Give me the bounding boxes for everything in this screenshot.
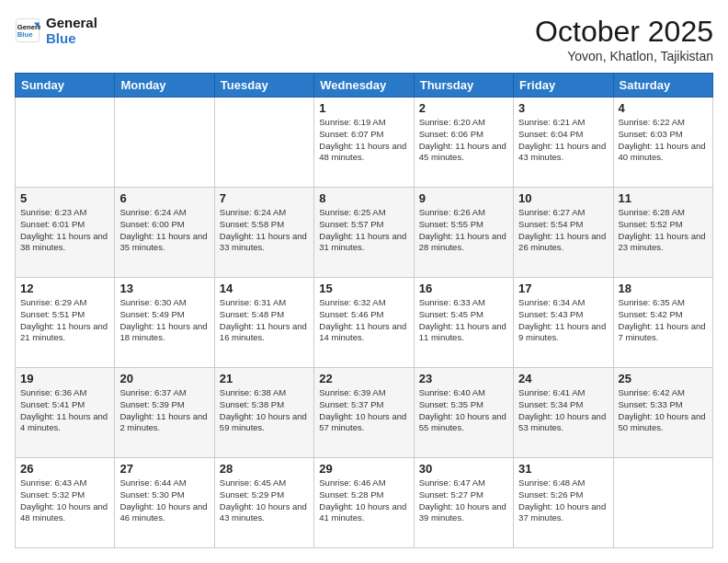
day-info: Sunrise: 6:45 AM Sunset: 5:29 PM Dayligh…	[220, 477, 309, 524]
calendar-cell: 28Sunrise: 6:45 AM Sunset: 5:29 PM Dayli…	[214, 458, 313, 548]
day-number: 19	[20, 372, 109, 385]
day-number: 8	[319, 191, 408, 205]
day-info: Sunrise: 6:34 AM Sunset: 5:43 PM Dayligh…	[518, 297, 608, 344]
calendar-table: SundayMondayTuesdayWednesdayThursdayFrid…	[15, 73, 713, 548]
calendar-cell: 19Sunrise: 6:36 AM Sunset: 5:41 PM Dayli…	[16, 368, 115, 458]
day-info: Sunrise: 6:43 AM Sunset: 5:32 PM Dayligh…	[20, 477, 109, 524]
day-number: 30	[419, 462, 508, 476]
day-number: 24	[518, 372, 608, 385]
day-number: 13	[119, 282, 209, 295]
weekday-header-sunday: Sunday	[16, 74, 115, 98]
day-number: 28	[220, 462, 309, 476]
day-number: 20	[119, 372, 209, 385]
day-info: Sunrise: 6:33 AM Sunset: 5:45 PM Dayligh…	[419, 297, 508, 344]
day-number: 31	[518, 462, 608, 476]
calendar-cell	[214, 98, 313, 188]
day-number: 6	[119, 191, 209, 205]
calendar-week-2: 5Sunrise: 6:23 AM Sunset: 6:01 PM Daylig…	[16, 188, 713, 278]
calendar-cell: 14Sunrise: 6:31 AM Sunset: 5:48 PM Dayli…	[214, 278, 313, 368]
day-info: Sunrise: 6:27 AM Sunset: 5:54 PM Dayligh…	[518, 207, 608, 254]
calendar-cell: 20Sunrise: 6:37 AM Sunset: 5:39 PM Dayli…	[115, 368, 214, 458]
day-number: 18	[619, 282, 708, 295]
day-number: 4	[619, 101, 708, 115]
day-number: 27	[119, 462, 209, 476]
day-number: 15	[319, 282, 408, 295]
calendar-header-row: SundayMondayTuesdayWednesdayThursdayFrid…	[16, 74, 713, 98]
calendar-cell: 2Sunrise: 6:20 AM Sunset: 6:06 PM Daylig…	[414, 98, 513, 188]
calendar-cell: 7Sunrise: 6:24 AM Sunset: 5:58 PM Daylig…	[214, 188, 313, 278]
calendar-cell	[613, 458, 712, 548]
weekday-header-monday: Monday	[115, 74, 214, 98]
day-number: 2	[419, 101, 508, 115]
calendar-cell: 5Sunrise: 6:23 AM Sunset: 6:01 PM Daylig…	[16, 188, 115, 278]
day-number: 22	[319, 372, 408, 385]
day-info: Sunrise: 6:37 AM Sunset: 5:39 PM Dayligh…	[119, 387, 209, 434]
day-info: Sunrise: 6:26 AM Sunset: 5:55 PM Dayligh…	[419, 207, 508, 254]
day-number: 16	[419, 282, 508, 295]
calendar-cell	[16, 98, 115, 188]
weekday-header-friday: Friday	[514, 74, 613, 98]
day-number: 17	[518, 282, 608, 295]
day-info: Sunrise: 6:21 AM Sunset: 6:04 PM Dayligh…	[518, 117, 608, 164]
day-number: 26	[20, 462, 109, 476]
title-block: October 2025 Yovon, Khatlon, Tajikistan	[535, 15, 713, 63]
day-info: Sunrise: 6:30 AM Sunset: 5:49 PM Dayligh…	[119, 297, 209, 344]
calendar-cell: 24Sunrise: 6:41 AM Sunset: 5:34 PM Dayli…	[514, 368, 613, 458]
svg-text:Blue: Blue	[17, 30, 33, 39]
weekday-header-saturday: Saturday	[613, 74, 712, 98]
day-info: Sunrise: 6:22 AM Sunset: 6:03 PM Dayligh…	[619, 117, 708, 164]
calendar-cell: 31Sunrise: 6:48 AM Sunset: 5:26 PM Dayli…	[514, 458, 613, 548]
calendar-cell: 9Sunrise: 6:26 AM Sunset: 5:55 PM Daylig…	[414, 188, 513, 278]
day-info: Sunrise: 6:32 AM Sunset: 5:46 PM Dayligh…	[319, 297, 408, 344]
calendar-cell: 23Sunrise: 6:40 AM Sunset: 5:35 PM Dayli…	[414, 368, 513, 458]
day-info: Sunrise: 6:44 AM Sunset: 5:30 PM Dayligh…	[119, 477, 209, 524]
header: General Blue General Blue October 2025 Y…	[15, 15, 713, 63]
day-number: 29	[319, 462, 408, 476]
logo: General Blue General Blue	[15, 15, 97, 47]
calendar-week-5: 26Sunrise: 6:43 AM Sunset: 5:32 PM Dayli…	[16, 458, 713, 548]
calendar-cell: 1Sunrise: 6:19 AM Sunset: 6:07 PM Daylig…	[314, 98, 414, 188]
calendar-cell: 26Sunrise: 6:43 AM Sunset: 5:32 PM Dayli…	[16, 458, 115, 548]
day-number: 14	[220, 282, 309, 295]
day-number: 3	[518, 101, 608, 115]
day-info: Sunrise: 6:38 AM Sunset: 5:38 PM Dayligh…	[220, 387, 309, 434]
logo-line2: Blue	[46, 30, 97, 46]
day-info: Sunrise: 6:28 AM Sunset: 5:52 PM Dayligh…	[619, 207, 708, 254]
weekday-header-wednesday: Wednesday	[314, 74, 414, 98]
location: Yovon, Khatlon, Tajikistan	[535, 49, 713, 63]
day-info: Sunrise: 6:23 AM Sunset: 6:01 PM Dayligh…	[20, 207, 109, 254]
day-info: Sunrise: 6:29 AM Sunset: 5:51 PM Dayligh…	[20, 297, 109, 344]
calendar-cell: 29Sunrise: 6:46 AM Sunset: 5:28 PM Dayli…	[314, 458, 414, 548]
day-info: Sunrise: 6:47 AM Sunset: 5:27 PM Dayligh…	[419, 477, 508, 524]
calendar-cell: 15Sunrise: 6:32 AM Sunset: 5:46 PM Dayli…	[314, 278, 414, 368]
month-title: October 2025	[535, 15, 713, 49]
calendar-week-4: 19Sunrise: 6:36 AM Sunset: 5:41 PM Dayli…	[16, 368, 713, 458]
day-info: Sunrise: 6:41 AM Sunset: 5:34 PM Dayligh…	[518, 387, 608, 434]
day-info: Sunrise: 6:25 AM Sunset: 5:57 PM Dayligh…	[319, 207, 408, 254]
day-number: 25	[619, 372, 708, 385]
logo-icon: General Blue	[15, 17, 40, 43]
calendar-cell: 27Sunrise: 6:44 AM Sunset: 5:30 PM Dayli…	[115, 458, 214, 548]
calendar-cell: 21Sunrise: 6:38 AM Sunset: 5:38 PM Dayli…	[214, 368, 313, 458]
day-info: Sunrise: 6:35 AM Sunset: 5:42 PM Dayligh…	[619, 297, 708, 344]
day-number: 11	[619, 191, 708, 205]
calendar-cell: 25Sunrise: 6:42 AM Sunset: 5:33 PM Dayli…	[613, 368, 712, 458]
calendar-cell: 13Sunrise: 6:30 AM Sunset: 5:49 PM Dayli…	[115, 278, 214, 368]
calendar-cell: 16Sunrise: 6:33 AM Sunset: 5:45 PM Dayli…	[414, 278, 513, 368]
calendar-cell: 11Sunrise: 6:28 AM Sunset: 5:52 PM Dayli…	[613, 188, 712, 278]
day-info: Sunrise: 6:46 AM Sunset: 5:28 PM Dayligh…	[319, 477, 408, 524]
weekday-header-thursday: Thursday	[414, 74, 513, 98]
day-number: 9	[419, 191, 508, 205]
day-info: Sunrise: 6:40 AM Sunset: 5:35 PM Dayligh…	[419, 387, 508, 434]
calendar-week-3: 12Sunrise: 6:29 AM Sunset: 5:51 PM Dayli…	[16, 278, 713, 368]
day-number: 12	[20, 282, 109, 295]
day-number: 21	[220, 372, 309, 385]
calendar-week-1: 1Sunrise: 6:19 AM Sunset: 6:07 PM Daylig…	[16, 98, 713, 188]
calendar-cell: 30Sunrise: 6:47 AM Sunset: 5:27 PM Dayli…	[414, 458, 513, 548]
calendar-cell: 8Sunrise: 6:25 AM Sunset: 5:57 PM Daylig…	[314, 188, 414, 278]
calendar-cell: 17Sunrise: 6:34 AM Sunset: 5:43 PM Dayli…	[514, 278, 613, 368]
calendar-cell: 3Sunrise: 6:21 AM Sunset: 6:04 PM Daylig…	[514, 98, 613, 188]
calendar-cell: 12Sunrise: 6:29 AM Sunset: 5:51 PM Dayli…	[16, 278, 115, 368]
calendar-cell: 10Sunrise: 6:27 AM Sunset: 5:54 PM Dayli…	[514, 188, 613, 278]
calendar-cell: 18Sunrise: 6:35 AM Sunset: 5:42 PM Dayli…	[613, 278, 712, 368]
